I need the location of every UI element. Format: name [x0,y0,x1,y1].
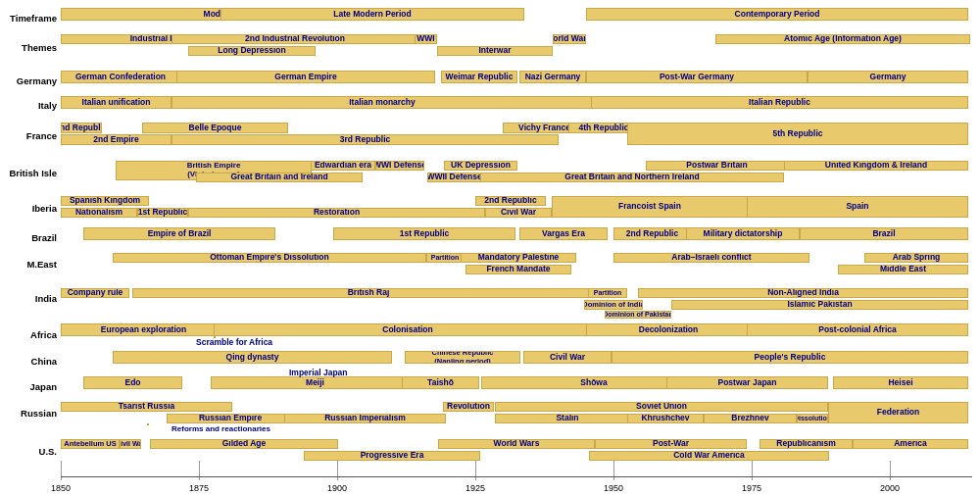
bar-label: Non-Aligned India [766,288,840,297]
reforms-label: Reforms and reactionaries [172,424,270,433]
bar-label: Revolution [446,402,491,411]
bar-antebellum: Antebellum US [61,439,120,449]
bar-postwar-germany: Post-War Germany [586,71,808,83]
bar-qing: Qing dynasty [113,351,392,364]
bar-label: Partition [430,254,460,262]
bar-label: Stalin [555,414,579,422]
bar-label: Colonisation [381,325,433,334]
bar-spanish-kingdom: Spanish Kingdom [61,196,149,206]
bar-russian-empire: Russian Empire [167,414,294,423]
label-germany: Germany [0,75,57,86]
bar-edo: Edo [83,376,182,389]
bar-germany: Germany [808,71,968,83]
bar-label: 2nd Republic [483,196,537,205]
bar-label: 2nd Industrial Revolution [244,34,346,43]
bar-label: Heisei [887,378,913,387]
year-1950: 1950 [604,483,623,493]
label-italy: Italy [0,100,57,111]
bar-label: Italian monarchy [348,98,416,107]
bar-label: Dominion of India [584,301,643,309]
bar-us-postwar: Post-War [595,439,747,449]
year-1875: 1875 [189,483,209,493]
bar-label: 3rd Republic [339,135,391,144]
label-china: China [0,356,57,367]
bar-label: Progressive Era [360,451,425,460]
bar-civil-war-china: Civil War [523,351,612,364]
bar-label: Long Depression [217,46,286,55]
label-brazil: Brazil [0,232,57,243]
tick-1850 [61,461,62,480]
bar-vargas-era: Vargas Era [519,227,608,240]
tick-1950 [613,461,614,480]
bar-progressive-era: Progressive Era [304,451,480,461]
bar-label: Civil War [120,440,141,448]
bar-label: Atomic Age (Information Age) [783,34,903,43]
bar-uk-depression: UK Depression [444,161,517,171]
bar-label: Federation [876,408,920,417]
bar-label: Taishō [426,378,455,387]
tick-1900 [337,461,338,480]
scramble-label: Scramble for Africa [196,337,272,347]
tick-1925 [475,461,476,480]
bar-taisho: Taishō [402,376,479,389]
bar-german-empire: German Empire [176,71,435,83]
bar-ww1: WWI [415,34,437,44]
bar-meiji: Meiji [211,376,419,389]
bar-label: Qing dynasty [225,353,280,362]
label-us: U.S. [0,446,57,457]
bar-label: Vargas Era [541,229,586,238]
bar-empire-brazil: Empire of Brazil [83,227,275,240]
bar-label: British Raj [347,288,391,297]
bar-label: 1st Republic [137,208,188,217]
bar-label: Decolonization [638,325,699,334]
bar-label: Military dictatorship [703,229,784,238]
label-iberia: Iberia [0,203,57,214]
bar-tsarist-russia: Tsarist Russia [61,402,232,412]
bar-label: United Kingdom & Ireland [824,161,928,170]
bar-label: Mandatory Palestine [477,253,561,262]
bar-revolution: Revolution [443,402,494,412]
bar-italian-monarchy: Italian monarchy [172,96,593,109]
bar-label: Antebellum US [63,440,117,448]
bar-interwar: Interwar [437,46,553,56]
bar-label: Civil War [549,353,586,362]
bar-wwii-defense: WWII Defense [427,173,481,182]
bar-label: Meiji [305,378,325,387]
bar-label: Postwar Japan [717,378,778,387]
bar-label: Post-colonial Africa [817,325,898,334]
bar-weimar: Weimar Republic [441,71,517,83]
bar-long-depression: Long Depression [188,46,316,56]
bar-label: America [893,439,928,448]
bar-label: Tsarist Russia [118,402,175,411]
bar-label: German Empire [273,73,337,81]
bar-label: WWI [416,34,435,43]
bar-partition-meast: Partition [426,253,464,263]
bar-civil-war-iberia: Civil War [485,208,552,218]
bar-label: Germany [869,73,907,81]
label-japan: Japan [0,381,57,392]
bar-label: 5th Republic [771,129,823,138]
bar-label: Nationalism [74,208,123,217]
bar-islamic-pakistan: Islamic Pakistan [671,300,968,310]
bar-italian-unification: Italian unification [61,96,172,109]
bar-2nd-republic-fr: 2nd Republic [61,123,102,133]
bar-german-confederation: German Confederation [61,71,180,83]
bar-label: Nazi Germany [524,73,582,81]
year-1850: 1850 [51,483,71,493]
bar-great-britain-ireland: Great Britain and Ireland [196,173,363,182]
bar-stalin: Stalin [495,414,640,423]
bar-label: European exploration [100,325,187,334]
bar-label: Republicanism [775,439,836,448]
bar-label: Restoration [313,208,361,217]
bar-label: Weimar Republic [445,73,514,81]
bar-republicanism: Republicanism [760,439,853,449]
bar-2nd-empire-fr: 2nd Empire [61,134,172,145]
bar-label: Spain [845,202,869,211]
bar-wwi-defense: WWI Defense [375,161,424,171]
bar-label: Russian Imperialism [323,414,407,422]
bar-label: UK Depression [450,161,512,170]
bar-3rd-republic: 3rd Republic [172,134,559,145]
bar-label: Brezhnev [730,414,769,422]
bar-late-modern: Late Modern Period [220,8,524,21]
bar-spain: Spain [747,196,968,218]
